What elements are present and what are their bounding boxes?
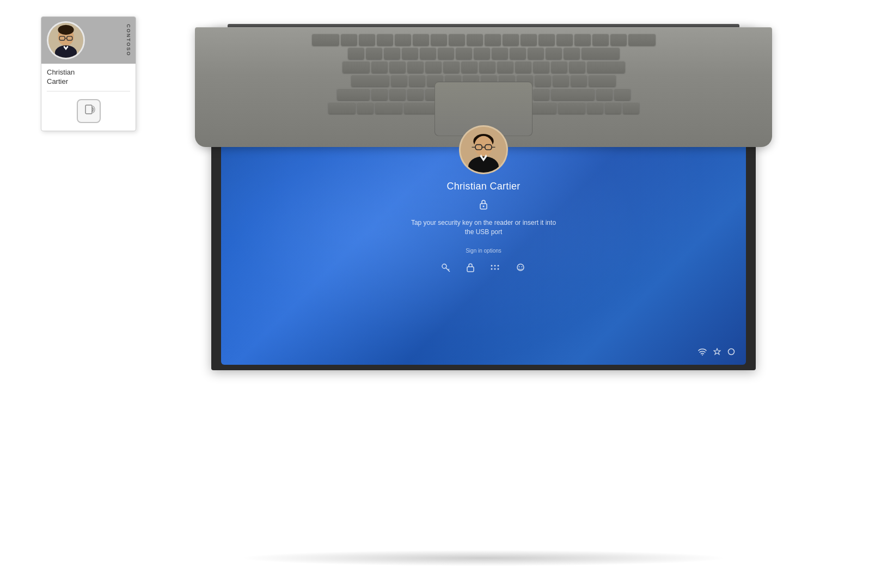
user-name: Christian Cartier <box>446 181 520 192</box>
key-del2[interactable] <box>628 34 656 46</box>
key-lshift[interactable] <box>337 88 370 100</box>
key-3[interactable] <box>402 47 418 59</box>
id-card-header: CONTOSO <box>41 17 136 64</box>
key-enter[interactable] <box>587 61 625 73</box>
tap-nfc-box <box>77 99 101 123</box>
key-numpad[interactable] <box>614 88 631 100</box>
key-r[interactable] <box>425 61 442 73</box>
key-7[interactable] <box>474 47 490 59</box>
system-tray <box>698 348 735 357</box>
key-backtick[interactable] <box>348 47 364 59</box>
svg-rect-8 <box>85 105 92 114</box>
sign-in-options-label[interactable]: Sign in options <box>466 248 501 254</box>
key-fn[interactable] <box>357 102 374 114</box>
key-a[interactable] <box>391 75 407 87</box>
key-f10[interactable] <box>503 34 519 46</box>
key-8[interactable] <box>492 47 508 59</box>
login-center[interactable]: Christian Cartier Tap your security key … <box>407 125 560 277</box>
key-q[interactable] <box>371 61 388 73</box>
svg-point-31 <box>498 268 499 270</box>
key-2[interactable] <box>384 47 400 59</box>
sign-in-face-icon[interactable] <box>513 260 528 277</box>
key-p[interactable] <box>533 61 549 73</box>
sign-in-security-key-icon[interactable] <box>464 260 477 277</box>
key-f5[interactable] <box>413 34 429 46</box>
key-f1[interactable] <box>341 34 357 46</box>
key-s[interactable] <box>409 75 425 87</box>
key-backspace[interactable] <box>582 47 620 59</box>
id-card-avatar <box>47 21 85 59</box>
key-1[interactable] <box>366 47 382 59</box>
key-f2[interactable] <box>359 34 375 46</box>
key-4[interactable] <box>420 47 436 59</box>
key-right[interactable] <box>623 102 639 114</box>
key-equals[interactable] <box>564 47 580 59</box>
key-del[interactable] <box>556 34 573 46</box>
key-u[interactable] <box>479 61 495 73</box>
key-end[interactable] <box>610 34 627 46</box>
key-row-qwerty <box>211 61 756 73</box>
key-o[interactable] <box>515 61 531 73</box>
key-w[interactable] <box>389 61 406 73</box>
key-rshift[interactable] <box>551 88 595 100</box>
svg-point-35 <box>702 354 703 356</box>
key-home[interactable] <box>592 34 609 46</box>
key-l[interactable] <box>535 75 551 87</box>
security-key-text: Tap your security key on the reader or i… <box>407 218 560 237</box>
svg-point-36 <box>729 349 735 355</box>
svg-point-30 <box>494 268 496 270</box>
key-quote[interactable] <box>571 75 587 87</box>
key-t[interactable] <box>443 61 460 73</box>
key-6[interactable] <box>456 47 472 59</box>
key-alt[interactable] <box>375 102 402 114</box>
key-enter2[interactable] <box>589 75 616 87</box>
key-slash[interactable] <box>533 88 549 100</box>
svg-point-28 <box>498 265 499 266</box>
key-9[interactable] <box>510 47 526 59</box>
key-0[interactable] <box>528 47 544 59</box>
key-f8[interactable] <box>467 34 483 46</box>
key-esc[interactable] <box>312 34 339 46</box>
sign-in-key-icon[interactable] <box>439 260 453 277</box>
key-down[interactable] <box>605 102 621 114</box>
svg-point-29 <box>491 268 493 270</box>
key-f7[interactable] <box>449 34 465 46</box>
key-f12[interactable] <box>538 34 555 46</box>
key-minus[interactable] <box>546 47 562 59</box>
svg-point-27 <box>494 265 496 266</box>
lock-icon[interactable] <box>479 199 488 212</box>
key-y[interactable] <box>461 61 478 73</box>
key-5[interactable] <box>438 47 454 59</box>
key-i[interactable] <box>497 61 513 73</box>
key-e[interactable] <box>407 61 424 73</box>
svg-point-33 <box>519 266 520 267</box>
id-card-tap-section <box>41 91 136 131</box>
power-icon <box>727 348 735 357</box>
key-f9[interactable] <box>485 34 501 46</box>
wifi-icon <box>698 348 707 357</box>
id-card: CONTOSO Christian Cartier <box>41 16 136 131</box>
key-semicolon[interactable] <box>553 75 569 87</box>
key-tab[interactable] <box>342 61 370 73</box>
key-c[interactable] <box>407 88 424 100</box>
key-rbracket[interactable] <box>569 61 585 73</box>
key-f6[interactable] <box>431 34 447 46</box>
key-f3[interactable] <box>377 34 393 46</box>
svg-point-21 <box>483 206 485 207</box>
key-left[interactable] <box>587 102 603 114</box>
key-ctrl[interactable] <box>328 102 356 114</box>
svg-point-2 <box>58 25 74 35</box>
key-lbracket[interactable] <box>551 61 567 73</box>
key-caps[interactable] <box>351 75 389 87</box>
key-f4[interactable] <box>395 34 411 46</box>
sign-in-icons <box>439 260 528 277</box>
key-x[interactable] <box>389 88 406 100</box>
svg-point-22 <box>442 264 446 268</box>
key-up[interactable] <box>596 88 613 100</box>
key-ralt[interactable] <box>558 102 585 114</box>
sign-in-pin-icon[interactable] <box>488 261 502 276</box>
key-ins[interactable] <box>574 34 591 46</box>
key-f11[interactable] <box>521 34 537 46</box>
key-z[interactable] <box>371 88 388 100</box>
svg-line-24 <box>448 269 449 270</box>
